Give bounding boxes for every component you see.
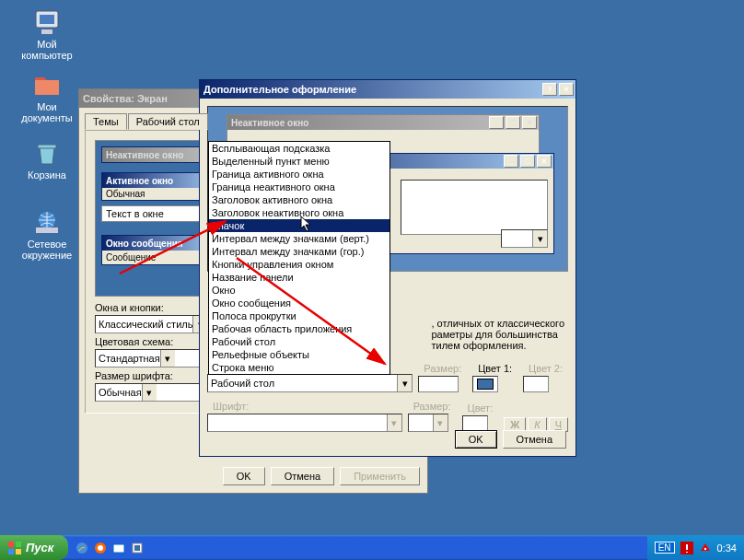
svg-point-14 bbox=[98, 545, 103, 551]
tray-icon[interactable] bbox=[680, 542, 693, 554]
combo-font-size: ▾ bbox=[408, 414, 448, 432]
start-button[interactable]: Пуск bbox=[0, 535, 68, 560]
dropdown-item[interactable]: Полоса прокрутки bbox=[209, 309, 389, 322]
dropdown-item[interactable]: Окно bbox=[209, 284, 389, 297]
quicklaunch-icon[interactable] bbox=[92, 540, 109, 556]
ok-button[interactable]: OK bbox=[455, 430, 497, 449]
dropdown-item[interactable]: Название панели bbox=[209, 271, 389, 284]
dropdown-item[interactable]: Значок bbox=[209, 219, 389, 232]
system-tray: EN 0:34 bbox=[647, 535, 744, 560]
svg-rect-3 bbox=[38, 145, 56, 148]
color2-swatch bbox=[523, 376, 549, 392]
quicklaunch-icon[interactable] bbox=[129, 540, 145, 556]
computer-icon bbox=[32, 7, 62, 37]
svg-rect-8 bbox=[8, 542, 14, 547]
label-color2: Цвет 2: bbox=[529, 363, 563, 374]
color1-swatch[interactable] bbox=[472, 376, 498, 392]
preview-inactive-title: Неактивное окно _□× bbox=[227, 115, 539, 130]
combo-color-scheme[interactable]: Стандартная▾ bbox=[95, 349, 215, 368]
desktop-icon-label: Мой компьютер bbox=[15, 39, 79, 61]
label-color1: Цвет 1: bbox=[478, 363, 512, 374]
svg-rect-17 bbox=[134, 545, 140, 551]
cancel-button[interactable]: Отмена bbox=[503, 430, 566, 449]
quicklaunch-icon[interactable] bbox=[74, 540, 90, 556]
svg-rect-9 bbox=[16, 542, 21, 547]
chevron-down-icon[interactable]: ▾ bbox=[397, 375, 412, 391]
dropdown-item[interactable]: Граница активного окна bbox=[209, 168, 389, 181]
label-size: Размер: bbox=[424, 363, 461, 374]
help-button[interactable]: ? bbox=[542, 83, 557, 96]
start-label: Пуск bbox=[26, 541, 53, 554]
dropdown-item[interactable]: Всплывающая подсказка bbox=[209, 142, 389, 155]
desktop-icon-label: Сетевое окружение bbox=[15, 239, 79, 261]
dropdown-item[interactable]: Строка меню bbox=[209, 361, 389, 374]
preview-combo: ▾ bbox=[501, 229, 548, 248]
apply-button[interactable]: Применить bbox=[340, 467, 420, 485]
tab-desktop[interactable]: Рабочий стол bbox=[128, 113, 208, 130]
dropdown-item[interactable]: Кнопки управления окном bbox=[209, 258, 389, 271]
windows-logo-icon bbox=[7, 541, 22, 555]
cursor-icon bbox=[300, 216, 315, 236]
window-title: Дополнительное оформление bbox=[203, 84, 541, 95]
svg-rect-10 bbox=[8, 549, 14, 554]
dropdown-item[interactable]: Заголовок активного окна bbox=[209, 193, 389, 206]
dropdown-item[interactable]: Интервал между значками (гор.) bbox=[209, 245, 389, 258]
svg-rect-2 bbox=[41, 29, 52, 34]
combo-element[interactable]: Рабочий стол▾ bbox=[207, 374, 413, 392]
desktop-icon-my-computer[interactable]: Мой компьютер bbox=[15, 7, 79, 61]
dropdown-item[interactable]: Рабочая область приложения bbox=[209, 322, 389, 335]
label-font: Шрифт: bbox=[213, 401, 397, 412]
tray-icon[interactable] bbox=[699, 542, 712, 554]
cancel-button[interactable]: Отмена bbox=[271, 467, 334, 485]
folder-icon bbox=[32, 70, 62, 99]
trash-icon bbox=[32, 138, 62, 168]
desktop-icon-my-documents[interactable]: Мои документы bbox=[15, 70, 79, 123]
desktop-icon-label: Корзина bbox=[15, 169, 79, 181]
ok-button[interactable]: OK bbox=[223, 467, 265, 485]
dropdown-item[interactable]: Интервал между значками (верт.) bbox=[209, 232, 389, 245]
input-size bbox=[418, 376, 459, 392]
info-text: , отличных от классического раметры для … bbox=[432, 318, 565, 351]
dropdown-item[interactable]: Рельефные объекты bbox=[209, 348, 389, 361]
svg-rect-5 bbox=[36, 228, 58, 233]
network-icon bbox=[32, 207, 62, 237]
titlebar[interactable]: Дополнительное оформление ? × bbox=[200, 80, 575, 99]
combo-font: ▾ bbox=[207, 414, 402, 432]
dropdown-item[interactable]: Выделенный пункт меню bbox=[209, 155, 389, 168]
dropdown-item[interactable]: Граница неактивного окна bbox=[209, 181, 389, 193]
language-indicator[interactable]: EN bbox=[655, 542, 675, 554]
tab-themes[interactable]: Темы bbox=[85, 113, 127, 130]
clock[interactable]: 0:34 bbox=[717, 542, 737, 554]
close-button[interactable]: × bbox=[559, 83, 574, 96]
dropdown-item[interactable]: Заголовок неактивного окна bbox=[209, 206, 389, 219]
svg-rect-11 bbox=[16, 549, 21, 554]
label-font-color: Цвет: bbox=[468, 402, 494, 414]
desktop-icon-recycle-bin[interactable]: Корзина bbox=[15, 138, 79, 181]
dropdown-item[interactable]: Окно сообщения bbox=[209, 297, 389, 309]
desktop-icon-label: Мои документы bbox=[15, 101, 79, 123]
svg-point-19 bbox=[703, 547, 705, 549]
combo-windows-buttons[interactable]: Классический стиль▾ bbox=[95, 315, 215, 333]
svg-rect-1 bbox=[40, 15, 54, 24]
dropdown-item[interactable]: Рабочий стол bbox=[209, 335, 389, 348]
label-font-size: Размер: bbox=[413, 401, 451, 412]
element-dropdown-list[interactable]: Всплывающая подсказкаВыделенный пункт ме… bbox=[208, 141, 390, 375]
combo-font-size[interactable]: Обычная▾ bbox=[95, 383, 215, 402]
quicklaunch-icon[interactable] bbox=[110, 540, 127, 556]
desktop-icon-network[interactable]: Сетевое окружение bbox=[15, 207, 79, 261]
svg-rect-15 bbox=[113, 544, 124, 553]
taskbar: Пуск EN 0:34 bbox=[0, 535, 744, 560]
